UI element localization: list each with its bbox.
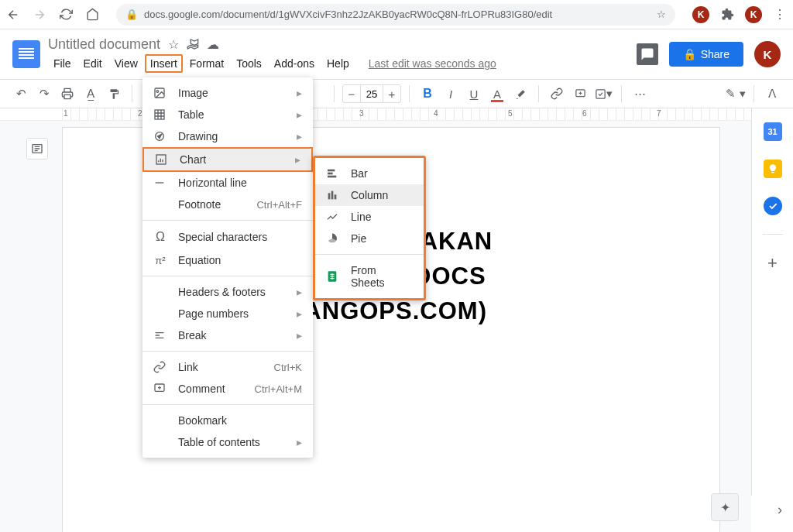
extensions-icon[interactable] [720, 8, 734, 22]
svg-rect-12 [328, 193, 331, 199]
insert-break[interactable]: Break▸ [142, 324, 313, 346]
menu-view[interactable]: View [109, 54, 143, 73]
chart-line[interactable]: Line [315, 206, 424, 228]
chart-column[interactable]: Column [315, 184, 424, 206]
move-icon[interactable] [187, 38, 199, 50]
paint-format-button[interactable] [104, 84, 124, 104]
outline-toggle-button[interactable] [26, 138, 48, 160]
chevron-right-icon: ▸ [297, 436, 302, 448]
spellcheck-button[interactable]: A̲ [81, 84, 101, 104]
menu-edit[interactable]: Edit [78, 54, 108, 73]
back-icon[interactable] [6, 8, 20, 22]
pi-icon: π² [153, 253, 167, 266]
chart-pie[interactable]: Pie [315, 228, 424, 249]
share-label: Share [701, 48, 729, 60]
italic-button[interactable]: I [441, 84, 461, 104]
font-size-plus[interactable]: + [383, 85, 400, 102]
insert-comment-button[interactable] [570, 84, 590, 104]
document-title[interactable]: Untitled document [48, 36, 160, 53]
lock-icon: 🔒 [125, 9, 138, 20]
chart-bar[interactable]: Bar [315, 163, 424, 184]
insert-image[interactable]: Image▸ [142, 82, 313, 104]
more-button[interactable]: ⋯ [630, 84, 650, 104]
share-button[interactable]: 🔒 Share [669, 42, 743, 67]
font-size-control[interactable]: − + [342, 84, 401, 103]
insert-page-numbers[interactable]: Page numbers▸ [142, 303, 313, 324]
insert-table[interactable]: Table▸ [142, 104, 313, 125]
redo-button[interactable]: ↷ [34, 84, 54, 104]
menu-tools[interactable]: Tools [231, 54, 267, 73]
add-addon-icon[interactable]: + [767, 253, 778, 273]
insert-link[interactable]: LinkCtrl+K [142, 356, 313, 378]
chart-icon [155, 153, 169, 166]
collapse-toolbar-button[interactable]: ᐱ [762, 84, 782, 104]
bar-icon [326, 167, 340, 180]
menu-dots-icon[interactable]: ⋮ [773, 8, 787, 22]
bold-button[interactable]: B [417, 84, 438, 104]
bookmark-star-icon[interactable]: ☆ [657, 9, 666, 20]
svg-rect-10 [328, 173, 333, 175]
insert-equation[interactable]: π²Equation [142, 249, 313, 271]
insert-chart[interactable]: Chart▸ [142, 147, 313, 172]
break-icon [153, 329, 167, 342]
comments-button[interactable] [637, 43, 658, 65]
star-icon[interactable]: ☆ [168, 37, 179, 52]
line-icon [326, 211, 340, 223]
underline-button[interactable]: U [464, 84, 484, 104]
svg-rect-9 [328, 170, 335, 172]
chevron-right-icon: ▸ [297, 329, 302, 342]
reload-icon[interactable] [59, 8, 73, 22]
column-icon [326, 189, 340, 201]
account-avatar[interactable]: K [754, 41, 781, 67]
omega-icon: Ω [153, 230, 167, 244]
insert-link-button[interactable] [547, 84, 567, 104]
highlight-button[interactable] [510, 84, 530, 104]
keep-icon[interactable] [764, 160, 782, 178]
font-size-input[interactable] [360, 85, 383, 102]
text-color-button[interactable]: A [487, 84, 507, 104]
docs-logo-icon[interactable] [12, 40, 40, 68]
insert-headers-footers[interactable]: Headers & footers▸ [142, 281, 313, 303]
forward-icon[interactable] [33, 8, 46, 22]
insert-horizontal-line[interactable]: Horizontal line [142, 172, 313, 194]
insert-table-of-contents[interactable]: Table of contents▸ [142, 431, 313, 453]
print-button[interactable] [57, 84, 77, 104]
svg-point-4 [156, 91, 159, 93]
ruler: 1 2 3 4 5 6 7 [0, 108, 793, 121]
url-bar[interactable]: 🔒 docs.google.com/document/d/1gWVXcivF3n… [116, 4, 675, 26]
menu-file[interactable]: File [48, 54, 77, 73]
explore-button[interactable]: ✦ [711, 493, 739, 521]
show-sidepanel-icon[interactable]: › [778, 502, 782, 518]
insert-bookmark[interactable]: Bookmark [142, 410, 313, 431]
menu-format[interactable]: Format [184, 54, 229, 73]
insert-footnote[interactable]: FootnoteCtrl+Alt+F [142, 194, 313, 215]
pie-icon [326, 232, 340, 245]
home-icon[interactable] [85, 8, 99, 22]
editing-mode-button[interactable]: ✎ ▾ [726, 84, 746, 104]
insert-special-characters[interactable]: ΩSpecial characters [142, 225, 313, 249]
comment-icon [153, 383, 167, 395]
svg-rect-14 [335, 194, 337, 199]
extension-avatar[interactable]: K [692, 6, 709, 23]
chevron-right-icon: ▸ [297, 87, 302, 99]
font-size-minus[interactable]: − [343, 85, 360, 102]
table-icon [153, 108, 167, 121]
menu-add-ons[interactable]: Add-ons [269, 54, 320, 73]
insert-comment[interactable]: CommentCtrl+Alt+M [142, 378, 313, 400]
tasks-icon[interactable] [764, 197, 782, 215]
insert-image-button[interactable]: ▾ [593, 84, 613, 104]
menubar: FileEditViewInsertFormatToolsAdd-onsHelp… [48, 54, 637, 73]
menu-insert[interactable]: Insert [145, 54, 183, 73]
profile-avatar[interactable]: K [745, 6, 762, 23]
lock-icon: 🔒 [683, 48, 696, 60]
chevron-right-icon: ▸ [297, 307, 302, 320]
hline-icon [153, 177, 167, 189]
menu-help[interactable]: Help [321, 54, 355, 73]
undo-button[interactable]: ↶ [11, 84, 31, 104]
chart-from-sheets[interactable]: From Sheets [315, 259, 424, 293]
cloud-icon[interactable]: ☁ [207, 37, 219, 52]
last-edit-link[interactable]: Last edit was seconds ago [369, 57, 496, 70]
docs-header: Untitled document ☆ ☁ FileEditViewInsert… [0, 29, 793, 79]
calendar-icon[interactable]: 31 [764, 122, 782, 141]
insert-drawing[interactable]: Drawing▸ [142, 125, 313, 147]
